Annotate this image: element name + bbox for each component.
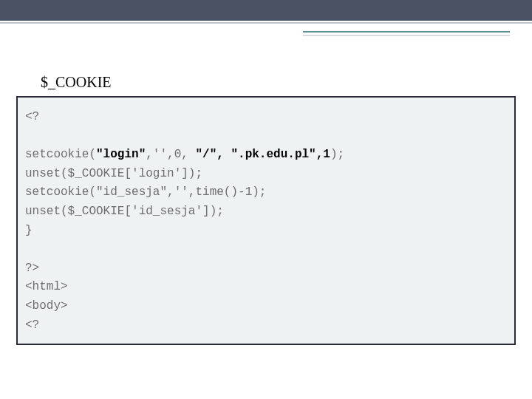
code-line: setcookie("id_sesja",'',time()-1); — [25, 185, 266, 199]
header-bar — [0, 0, 532, 21]
code-line: setcookie("login",'',0, "/", ".pk.edu.pl… — [25, 148, 344, 161]
code-line: <body> — [25, 299, 68, 313]
code-block: <? setcookie("login",'',0, "/", ".pk.edu… — [16, 96, 516, 345]
code-line: unset($_COOKIE['id_sesja']); — [25, 205, 224, 218]
code-line: } — [25, 224, 33, 237]
code-line: <? — [25, 318, 39, 332]
code-line: <? — [25, 110, 39, 123]
divider-top — [0, 22, 532, 24]
divider-accent — [303, 31, 510, 33]
code-line: unset($_COOKIE['login']); — [25, 167, 202, 180]
divider-accent-light — [303, 35, 510, 36]
code-line: ?> — [25, 262, 39, 275]
slide-title: $_COOKIE — [41, 74, 112, 91]
code-line: <html> — [25, 280, 68, 293]
